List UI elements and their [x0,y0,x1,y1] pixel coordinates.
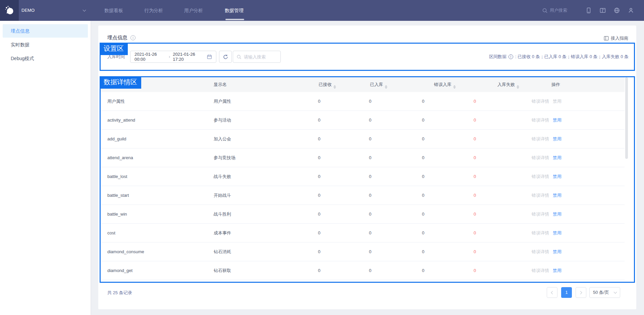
tab-user-analysis[interactable]: 用户分析 [181,0,206,21]
disable-link[interactable]: 禁用 [553,130,561,148]
table-row: battle_lost 战斗失败 0 0 0 0 错误详情 禁用 [101,167,625,186]
guide-doc-icon [604,36,609,41]
event-display-name: 战斗失败 [214,167,231,186]
disable-link[interactable]: 禁用 [553,148,561,167]
main-content-card: 埋点信息 i 接入指南 设置区 入库时间 2021-01-26 00:00 › … [98,26,636,309]
refresh-button[interactable] [219,51,232,63]
error-count: 0 [422,224,424,242]
next-page-button[interactable] [576,287,586,298]
received-count: 0 [318,130,320,148]
disable-link[interactable]: 禁用 [553,261,561,280]
event-name: attend_arena [107,148,133,167]
event-name: battle_win [107,205,127,223]
table-row: diamond_get 钻石获取 0 0 0 0 错误详情 禁用 [101,261,625,280]
stored-count: 0 [369,242,371,261]
stored-count: 0 [369,130,371,148]
tab-behavior-analysis[interactable]: 行为分析 [142,0,166,21]
project-name: DEMO [21,0,35,21]
disable-link[interactable]: 禁用 [553,186,561,205]
error-detail-link: 错误详情 [532,92,549,110]
disable-link[interactable]: 禁用 [553,205,561,223]
disable-link[interactable]: 禁用 [553,242,561,261]
date-range-start: 2021-01-26 00:00 [135,52,166,62]
failed-count: 0 [474,167,476,186]
error-detail-link: 错误详情 [532,111,549,129]
failed-count: 0 [474,148,476,167]
error-count: 0 [422,92,424,110]
table-row: 用户属性 用户属性 0 0 0 0 错误详情 禁用 [101,92,625,111]
event-name: battle_lost [107,167,127,186]
table-header-row: 显示名 已接收 已入库 错误入库 入库失败 操作 [101,77,625,92]
range-stats-prefix: 区间数据 [489,44,506,70]
sort-icon[interactable] [453,84,456,90]
disable-link[interactable]: 禁用 [553,111,561,129]
search-input[interactable] [244,54,276,59]
event-name: cost [107,224,115,242]
column-header-store-failed[interactable]: 入库失败 [497,77,519,92]
error-detail-link: 错误详情 [532,224,549,242]
column-header-error-stored[interactable]: 错误入库 [434,77,456,92]
tab-dashboard[interactable]: 数据看板 [102,0,126,21]
disable-link[interactable]: 禁用 [553,167,561,186]
title-info-icon[interactable]: i [130,35,136,40]
total-records-text: 共 25 条记录 [107,287,132,298]
table-row: battle_start 开始战斗 0 0 0 0 错误详情 禁用 [101,186,625,205]
event-display-name: 战斗胜利 [214,205,231,223]
data-details-annotation-box: 数据详情区 显示名 已接收 已入库 错误入库 入库失败 操作 用户属性 用户属性 [100,76,635,283]
range-statistics: 区间数据 i : 已接收 0 条；已入库 0 条；错误入库 0 条；入库失败 0… [489,44,629,70]
stored-count: 0 [369,224,371,242]
failed-count: 0 [474,242,476,261]
stats-info-icon[interactable]: i [508,54,513,59]
sort-icon[interactable] [333,84,336,90]
docs-panel-icon[interactable] [600,7,606,13]
date-range-end: 2021-01-26 17:20 [173,52,204,62]
integration-guide-link[interactable]: 接入指南 [604,35,628,41]
received-count: 0 [318,261,320,280]
sort-icon[interactable] [385,84,387,90]
search-icon [542,8,548,13]
event-name: battle_start [107,186,129,205]
received-count: 0 [318,242,320,261]
column-header-received[interactable]: 已接收 [319,77,336,92]
column-header-actions: 操作 [551,77,560,92]
sidebar-item-debug-mode[interactable]: Debug模式 [3,52,88,65]
sidebar-item-realtime-data[interactable]: 实时数据 [3,38,88,51]
page-size-value: 50 条/页 [593,289,609,296]
table-search-field[interactable] [233,51,281,63]
error-detail-link: 错误详情 [532,242,549,261]
mobile-app-icon[interactable] [586,7,592,13]
failed-count: 0 [474,130,476,148]
event-display-name: 用户属性 [214,92,231,110]
prev-page-button[interactable] [547,287,557,298]
error-count: 0 [422,130,424,148]
table-row: activity_attend 参与活动 0 0 0 0 错误详情 禁用 [101,111,625,130]
sort-icon[interactable] [517,84,519,90]
date-range-separator-icon: › [169,54,170,59]
top-navigation-bar: DEMO 数据看板 行为分析 用户分析 数据管理 用户搜索 [0,0,644,21]
sidebar-item-tracking-info[interactable]: 埋点信息 [3,24,88,38]
tab-data-management[interactable]: 数据管理 [222,0,246,21]
column-header-stored[interactable]: 已入库 [370,77,387,92]
user-search[interactable]: 用户搜索 [542,7,567,13]
received-count: 0 [318,224,320,242]
project-selector[interactable]: DEMO [0,0,91,21]
page-number-button[interactable]: 1 [561,287,572,298]
disable-link: 禁用 [553,92,561,110]
data-details-annotation-label: 数据详情区 [100,76,141,89]
date-range-picker[interactable]: 2021-01-26 00:00 › 2021-01-26 17:20 [130,51,216,63]
page-size-select[interactable]: 50 条/页 [589,287,620,298]
event-display-name: 参与活动 [214,111,231,129]
failed-count: 0 [474,111,476,129]
table-scrollbar[interactable] [625,77,628,159]
column-header-display-name: 显示名 [214,77,227,92]
received-count: 0 [318,92,320,110]
received-count: 0 [318,167,320,186]
failed-count: 0 [474,261,476,280]
table-row: add_guild 加入公会 0 0 0 0 错误详情 禁用 [101,130,625,148]
user-account-icon[interactable] [628,7,634,13]
language-globe-icon[interactable] [614,7,620,13]
error-count: 0 [422,242,424,261]
user-search-label: 用户搜索 [550,7,567,13]
failed-count: 0 [474,186,476,205]
disable-link[interactable]: 禁用 [553,224,561,242]
